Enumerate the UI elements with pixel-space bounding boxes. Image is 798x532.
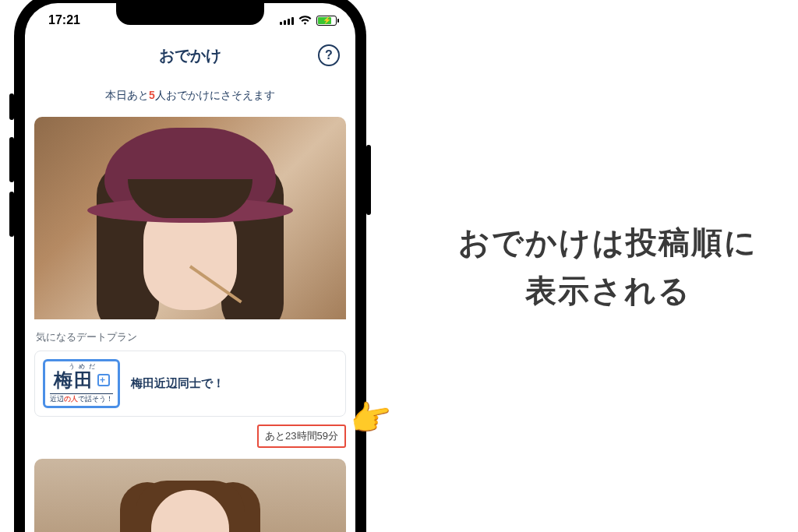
help-button[interactable]: ?: [318, 44, 340, 66]
location-name: 梅田 +: [50, 370, 113, 390]
battery-icon: ⚡: [316, 16, 337, 26]
profile-photo[interactable]: [34, 459, 346, 532]
invite-suffix: 人おでかけにさそえます: [155, 89, 275, 101]
profile-photo[interactable]: [34, 117, 346, 319]
cellular-signal-icon: [280, 16, 294, 25]
caption-line: 表示される: [421, 266, 795, 315]
status-indicators: ⚡: [280, 16, 337, 26]
help-icon: ?: [325, 48, 333, 62]
plan-title: 梅田近辺同士で！: [131, 376, 224, 391]
location-sub: 近辺の人で話そう！: [50, 393, 113, 403]
caption-line: おでかけは投稿順に: [421, 218, 795, 266]
phone-side-button: [9, 192, 14, 237]
phone-side-button: [9, 93, 14, 120]
phone-device-frame: 17:21 ⚡ おでかけ ? 本日あと5人おで: [14, 0, 366, 532]
app-header: おでかけ ?: [25, 37, 355, 73]
plus-icon: +: [97, 374, 110, 386]
status-time: 17:21: [48, 13, 80, 27]
wifi-icon: [298, 16, 312, 25]
battery-charging-icon: ⚡: [323, 16, 331, 24]
invite-prefix: 本日あと: [105, 89, 149, 101]
page-title: おでかけ: [159, 45, 221, 66]
date-plan-section: 気になるデートプラン うめだ 梅田 + 近辺の人で話そう！ 梅田近辺同士で！ あ…: [25, 319, 355, 448]
invite-count: 5: [149, 89, 155, 101]
phone-screen: 17:21 ⚡ おでかけ ? 本日あと5人おで: [25, 3, 355, 532]
annotation-caption: おでかけは投稿順に 表示される: [421, 218, 795, 315]
time-remaining-badge: あと23時間59分: [257, 425, 346, 448]
invite-remaining-text: 本日あと5人おでかけにさそえます: [25, 73, 355, 117]
phone-side-button: [366, 145, 371, 215]
date-plan-card[interactable]: うめだ 梅田 + 近辺の人で話そう！ 梅田近辺同士で！: [34, 351, 346, 417]
pointing-hand-icon: 👈: [348, 394, 397, 442]
section-label: 気になるデートプラン: [34, 326, 346, 351]
phone-side-button: [9, 137, 14, 182]
location-badge: うめだ 梅田 + 近辺の人で話そう！: [43, 359, 120, 408]
phone-notch: [116, 3, 264, 25]
